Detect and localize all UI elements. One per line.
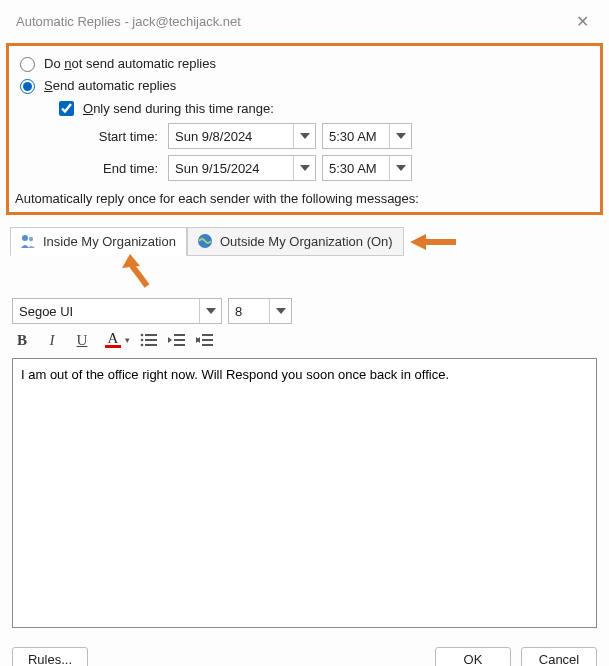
svg-rect-6: [145, 339, 157, 341]
end-date-value: Sun 9/15/2024: [169, 156, 293, 180]
underline-button[interactable]: U: [72, 330, 92, 350]
tab-inside-label: Inside My Organization: [43, 234, 176, 249]
ok-button[interactable]: OK: [435, 647, 511, 666]
font-size-dropdown[interactable]: 8: [228, 298, 292, 324]
font-color-icon: A: [102, 332, 124, 348]
radio-do-not-send-label: Do not send automatic replies: [44, 56, 216, 71]
chevron-down-icon[interactable]: [293, 156, 315, 180]
start-date-value: Sun 9/8/2024: [169, 124, 293, 148]
rules-button[interactable]: Rules...: [12, 647, 88, 666]
message-editor: [12, 358, 597, 631]
font-name-value: Segoe UI: [13, 299, 199, 323]
cancel-button[interactable]: Cancel: [521, 647, 597, 666]
svg-rect-4: [145, 334, 157, 336]
chevron-down-icon[interactable]: [389, 156, 411, 180]
start-time-label: Start time:: [47, 123, 162, 149]
radio-do-not-send-input[interactable]: [20, 57, 35, 72]
annotation-arrow-icon: [410, 232, 456, 252]
chevron-down-icon[interactable]: [269, 299, 291, 323]
svg-rect-11: [174, 344, 185, 346]
editor-toolbar: Segoe UI 8 B I U A ▾: [12, 298, 597, 350]
annotation-arrow-icon: [120, 254, 609, 288]
highlighted-settings-region: Do not send automatic replies Send autom…: [6, 43, 603, 215]
chevron-down-icon[interactable]: [199, 299, 221, 323]
svg-point-7: [141, 344, 144, 347]
svg-rect-13: [202, 339, 213, 341]
people-icon: [19, 232, 37, 250]
svg-rect-12: [202, 334, 213, 336]
svg-point-0: [22, 235, 28, 241]
time-grid: Start time: Sun 9/8/2024 5:30 AM End tim…: [47, 123, 594, 181]
check-only-range-label: Only send during this time range:: [83, 101, 274, 116]
message-body-input[interactable]: [12, 358, 597, 628]
title-bar: Automatic Replies - jack@techijack.net ✕: [0, 0, 609, 39]
bullet-list-button[interactable]: [140, 332, 158, 348]
svg-rect-9: [174, 334, 185, 336]
font-color-button[interactable]: A ▾: [102, 332, 130, 348]
font-name-dropdown[interactable]: Segoe UI: [12, 298, 222, 324]
italic-button[interactable]: I: [42, 330, 62, 350]
svg-rect-8: [145, 344, 157, 346]
tab-inside-org[interactable]: Inside My Organization: [10, 227, 187, 256]
decrease-indent-button[interactable]: [168, 332, 186, 348]
section-message: Automatically reply once for each sender…: [15, 191, 594, 206]
svg-point-3: [141, 334, 144, 337]
start-time-value: 5:30 AM: [323, 124, 389, 148]
end-time-value: 5:30 AM: [323, 156, 389, 180]
check-only-range-input[interactable]: [59, 101, 74, 116]
end-date-dropdown[interactable]: Sun 9/15/2024: [168, 155, 316, 181]
radio-send-label: Send automatic replies: [44, 78, 176, 93]
bold-button[interactable]: B: [12, 330, 32, 350]
radio-do-not-send[interactable]: Do not send automatic replies: [15, 54, 594, 72]
start-date-dropdown[interactable]: Sun 9/8/2024: [168, 123, 316, 149]
radio-send[interactable]: Send automatic replies: [15, 76, 594, 94]
close-icon[interactable]: ✕: [568, 10, 597, 33]
footer: Rules... OK Cancel: [0, 631, 609, 666]
svg-rect-14: [202, 344, 213, 346]
window-title: Automatic Replies - jack@techijack.net: [16, 14, 241, 29]
end-time-dropdown[interactable]: 5:30 AM: [322, 155, 412, 181]
font-size-value: 8: [229, 299, 269, 323]
tabs: Inside My Organization Outside My Organi…: [10, 227, 609, 256]
svg-rect-10: [174, 339, 185, 341]
check-only-range[interactable]: Only send during this time range:: [55, 98, 594, 119]
chevron-down-icon[interactable]: ▾: [125, 335, 130, 345]
end-time-label: End time:: [47, 155, 162, 181]
globe-icon: [196, 232, 214, 250]
chevron-down-icon[interactable]: [389, 124, 411, 148]
svg-point-1: [29, 237, 33, 241]
radio-send-input[interactable]: [20, 79, 35, 94]
chevron-down-icon[interactable]: [293, 124, 315, 148]
tab-outside-org[interactable]: Outside My Organization (On): [187, 227, 404, 256]
svg-point-5: [141, 339, 144, 342]
start-time-dropdown[interactable]: 5:30 AM: [322, 123, 412, 149]
tab-outside-label: Outside My Organization (On): [220, 234, 393, 249]
increase-indent-button[interactable]: [196, 332, 214, 348]
